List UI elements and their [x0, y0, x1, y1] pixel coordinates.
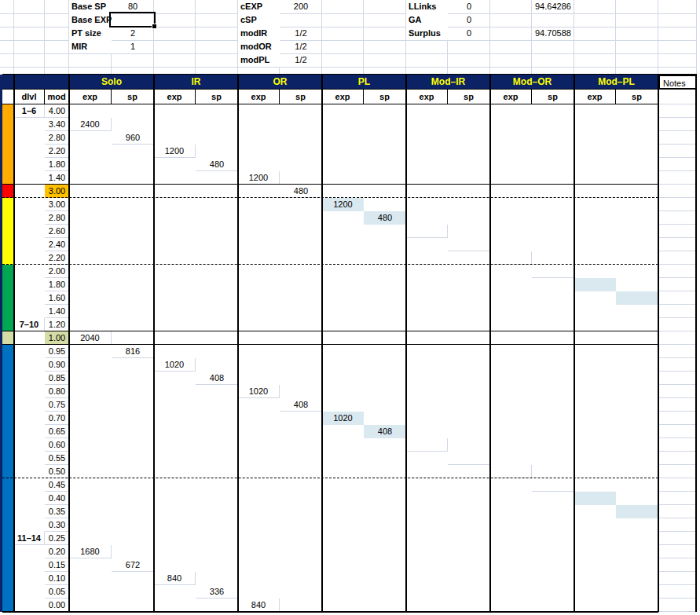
row-band-15-17[interactable]	[2, 145, 14, 158]
cell-ir-exp[interactable]: 1020	[154, 358, 196, 372]
notes-cell[interactable]	[658, 452, 697, 465]
notes-cell[interactable]	[658, 358, 697, 372]
cell-ir-exp[interactable]: 1200	[154, 145, 196, 158]
cell-dlvl[interactable]: 11–14	[14, 532, 45, 545]
notes-cell[interactable]	[658, 492, 697, 505]
cell-or-exp[interactable]: 840	[238, 599, 280, 612]
cell-mpl-exp[interactable]	[574, 278, 616, 291]
row-band-4[interactable]	[2, 385, 14, 398]
form-label-ga[interactable]: GA	[406, 13, 448, 27]
notes-cell[interactable]	[658, 104, 697, 118]
cell-mpl-sp[interactable]	[616, 291, 658, 305]
row-band-4[interactable]	[2, 278, 14, 291]
cell-mod[interactable]: 2.00	[45, 265, 69, 278]
row-band-11-14[interactable]	[2, 131, 14, 145]
form-label-cexp[interactable]: cEXP	[238, 0, 280, 13]
notes-cell[interactable]	[658, 558, 697, 572]
row-band-6[interactable]	[2, 412, 14, 425]
notes-cell[interactable]	[658, 465, 697, 478]
cell-ir-sp[interactable]: 480	[196, 158, 238, 171]
cell-pl-sp[interactable]: 480	[364, 211, 406, 225]
row-band-2[interactable]	[2, 305, 14, 318]
form-label-pt-size[interactable]: PT size	[69, 27, 112, 40]
notes-cell[interactable]	[658, 545, 697, 558]
notes-cell[interactable]	[658, 265, 697, 278]
row-band-8[interactable]	[2, 438, 14, 452]
cell-dlvl[interactable]: 1–6	[14, 104, 45, 118]
cell-solo-exp[interactable]: 1680	[69, 545, 112, 558]
col-subheader-solo-sp[interactable]: sp	[112, 90, 154, 104]
row-band-7-10[interactable]	[2, 118, 14, 131]
row-band-5[interactable]	[2, 398, 14, 412]
row-band-5[interactable]	[2, 265, 14, 278]
cell-mod[interactable]: 0.25	[45, 532, 69, 545]
col-subheader-mpl-sp[interactable]: sp	[616, 90, 658, 104]
row-band-20[interactable]	[2, 599, 14, 612]
cell-mod[interactable]: 3.00	[45, 198, 69, 211]
cell-mod[interactable]: 1.40	[45, 305, 69, 318]
form-label-mir[interactable]: MIR	[69, 40, 112, 53]
col-subheader-mod[interactable]: mod	[45, 90, 69, 104]
row-band-7[interactable]	[2, 238, 14, 251]
cell-mod[interactable]: 2.60	[45, 225, 69, 238]
form-label-csp[interactable]: cSP	[238, 13, 280, 27]
row-band-15[interactable]	[2, 532, 14, 545]
cell-solo-exp[interactable]: 2040	[69, 331, 112, 345]
form-value-cexp[interactable]: 200	[280, 0, 322, 13]
notes-cell[interactable]	[658, 145, 697, 158]
cell-mod[interactable]: 1.60	[45, 291, 69, 305]
row-band-17[interactable]	[2, 558, 14, 572]
cell-mod[interactable]: 1.20	[45, 318, 69, 331]
row-band-10[interactable]	[2, 465, 14, 478]
cell-mpl-sp[interactable]	[616, 505, 658, 518]
cell-mod[interactable]: 0.95	[45, 345, 69, 358]
notes-cell[interactable]	[658, 198, 697, 211]
cell-or-exp[interactable]: 1200	[238, 171, 280, 185]
cell-mod[interactable]: 0.45	[45, 478, 69, 492]
notes-cell[interactable]	[658, 572, 697, 585]
cell-or-exp[interactable]: 1020	[238, 385, 280, 398]
col-subheader-mpl-exp[interactable]: exp	[574, 90, 616, 104]
notes-cell[interactable]	[658, 118, 697, 131]
cell-mod[interactable]: 2.80	[45, 211, 69, 225]
cell-mod[interactable]: 0.05	[45, 585, 69, 599]
form-value-llinks[interactable]: 0	[448, 0, 490, 13]
form-value-pt-size[interactable]: 2	[112, 27, 154, 40]
row-band-1[interactable]	[2, 345, 14, 358]
cell-mor-sp[interactable]	[532, 478, 574, 492]
row-band-6[interactable]	[2, 251, 14, 265]
notes-cell[interactable]	[658, 438, 697, 452]
cell-mod[interactable]: 1.40	[45, 171, 69, 185]
cell-ir-exp[interactable]: 840	[154, 572, 196, 585]
notes-header-cell[interactable]: Notes	[658, 75, 697, 90]
form-value-modor[interactable]: 1/2	[280, 40, 322, 53]
selection-fill-handle[interactable]	[152, 24, 157, 29]
row-band-2[interactable]	[2, 358, 14, 372]
cell-mod[interactable]: 2.80	[45, 131, 69, 145]
cell-pl-sp[interactable]: 408	[364, 425, 406, 438]
col-subheader-or-sp[interactable]: sp	[280, 90, 322, 104]
cell-mod[interactable]: 3.40	[45, 118, 69, 131]
notes-cell[interactable]	[658, 291, 697, 305]
notes-cell[interactable]	[658, 225, 697, 238]
active-cell-selection[interactable]	[109, 12, 156, 27]
notes-cell[interactable]	[658, 211, 697, 225]
row-band-9[interactable]	[2, 452, 14, 465]
col-subheader-mor-exp[interactable]: exp	[490, 90, 532, 104]
cell-mod[interactable]: 0.65	[45, 425, 69, 438]
col-subheader-mor-sp[interactable]: sp	[532, 90, 574, 104]
cell-mod[interactable]: 0.55	[45, 452, 69, 465]
col-subheader-pl-sp[interactable]: sp	[364, 90, 406, 104]
form-float-value-2[interactable]: 94.70588	[533, 27, 588, 40]
notes-cell[interactable]	[658, 331, 697, 345]
cell-mod[interactable]: 0.75	[45, 398, 69, 412]
notes-cell[interactable]	[658, 398, 697, 412]
row-band-9[interactable]	[2, 211, 14, 225]
notes-cell[interactable]	[658, 532, 697, 545]
cell-mod[interactable]: 0.30	[45, 518, 69, 532]
cell-pl-exp[interactable]: 1200	[322, 198, 364, 211]
cell-mod[interactable]: 0.80	[45, 385, 69, 398]
col-group-header-ir[interactable]: IR	[154, 75, 238, 90]
notes-cell[interactable]	[658, 478, 697, 492]
cell-mod[interactable]: 0.90	[45, 358, 69, 372]
